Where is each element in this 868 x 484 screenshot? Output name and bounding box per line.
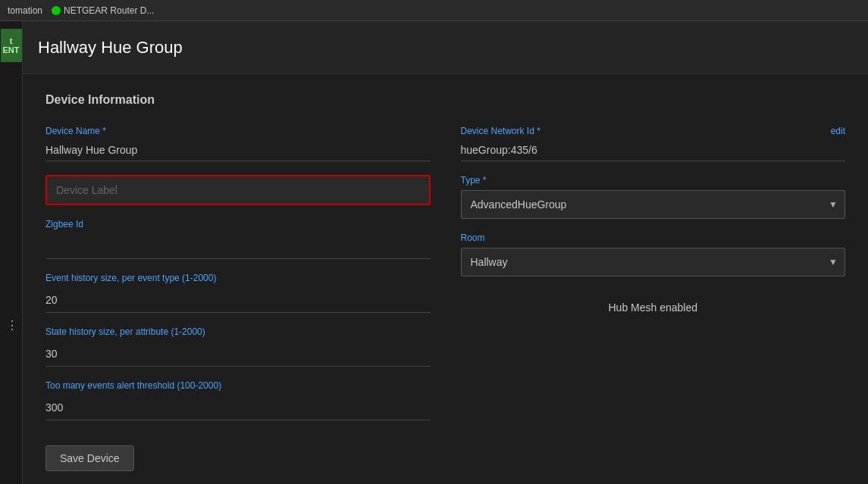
device-network-group: Device Network Id * edit hueGroup:435/6: [461, 126, 846, 161]
device-network-value: hueGroup:435/6: [461, 141, 846, 161]
sidebar: t ENT: [0, 21, 23, 484]
state-history-input[interactable]: [45, 342, 431, 367]
room-group: Room Hallway ▼: [461, 233, 846, 276]
event-history-input[interactable]: [45, 288, 431, 313]
zigbee-label: Zigbee Id: [45, 219, 431, 230]
device-network-row: Device Network Id * edit: [461, 126, 846, 138]
sidebar-logo-ent: ENT: [3, 45, 20, 55]
type-select[interactable]: AdvancedHueGroup: [461, 190, 846, 219]
left-column: Device Name * Hallway Hue Group Zigbee I…: [45, 126, 431, 471]
collapse-icon[interactable]: ⋮: [6, 318, 18, 333]
event-history-group: Event history size, per event type (1-20…: [45, 273, 431, 313]
page-title: Hallway Hue Group: [38, 38, 183, 58]
sidebar-logo: t ENT: [1, 29, 22, 62]
save-device-button[interactable]: Save Device: [45, 445, 134, 471]
section-title: Device Information: [45, 93, 845, 107]
edit-link[interactable]: edit: [831, 126, 845, 136]
content-area: Device Information Device Name * Hallway…: [23, 74, 868, 484]
device-name-group: Device Name * Hallway Hue Group: [45, 126, 431, 161]
browser-bar: tomation NETGEAR Router D...: [0, 0, 868, 21]
main-wrapper: Hallway Hue Group Device Information Dev…: [23, 21, 868, 484]
netgear-dot: [52, 6, 61, 15]
device-label-group: [45, 175, 431, 205]
device-label-input[interactable]: [45, 175, 431, 205]
device-network-label: Device Network Id *: [461, 126, 541, 136]
room-select-wrapper: Hallway ▼: [461, 248, 846, 276]
browser-tab2-label: NETGEAR Router D...: [64, 5, 154, 16]
state-history-group: State history size, per attribute (1-200…: [45, 326, 431, 367]
sidebar-logo-t: t: [10, 36, 13, 45]
too-many-events-label: Too many events alert threshold (100-200…: [45, 380, 431, 391]
hub-mesh-text: Hub Mesh enabled: [461, 290, 846, 325]
room-select[interactable]: Hallway: [461, 248, 846, 276]
zigbee-input[interactable]: [45, 234, 431, 259]
too-many-events-input[interactable]: [45, 395, 431, 420]
page-header: Hallway Hue Group: [23, 21, 868, 74]
device-name-value: Hallway Hue Group: [45, 141, 431, 161]
zigbee-group: Zigbee Id: [45, 219, 431, 259]
right-column: Device Network Id * edit hueGroup:435/6 …: [461, 126, 846, 471]
device-name-label: Device Name *: [45, 126, 431, 136]
browser-tab1: tomation: [8, 5, 42, 16]
type-group: Type * AdvancedHueGroup ▼: [461, 175, 846, 219]
type-label: Type *: [461, 175, 846, 186]
form-grid: Device Name * Hallway Hue Group Zigbee I…: [45, 126, 845, 471]
state-history-label: State history size, per attribute (1-200…: [45, 326, 431, 337]
type-select-wrapper: AdvancedHueGroup ▼: [461, 190, 846, 219]
event-history-label: Event history size, per event type (1-20…: [45, 273, 431, 283]
save-button-wrapper: Save Device: [45, 434, 431, 471]
too-many-events-group: Too many events alert threshold (100-200…: [45, 380, 431, 420]
room-label: Room: [461, 233, 846, 243]
browser-tab2: NETGEAR Router D...: [52, 5, 154, 16]
